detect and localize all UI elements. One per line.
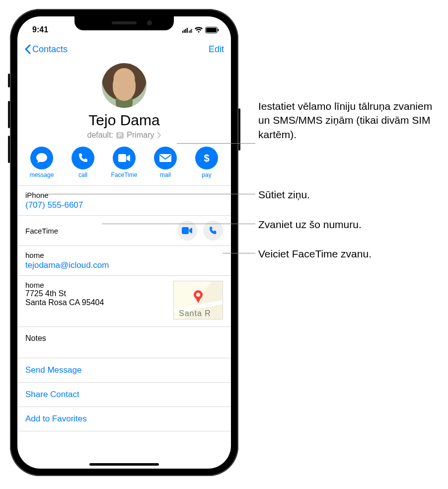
volume-up-button: [8, 101, 10, 128]
chevron-right-icon: [157, 132, 161, 138]
nav-bar: Contacts Edit: [17, 38, 231, 60]
svg-rect-3: [187, 28, 188, 33]
svg-rect-1: [184, 30, 185, 33]
facetime-row-label: FaceTime: [25, 227, 58, 235]
dollar-icon: $: [203, 152, 210, 164]
pay-button[interactable]: $ pay: [189, 147, 224, 178]
contact-card: Tejo Dama default: P Primary message cal…: [17, 63, 231, 431]
sim-line-name: Primary: [127, 131, 154, 140]
sim-badge: P: [116, 132, 124, 139]
status-time: 9:41: [32, 25, 48, 34]
phone-number: (707) 555-6607: [25, 200, 223, 210]
home-indicator[interactable]: [89, 463, 159, 466]
svg-rect-10: [118, 154, 126, 162]
pay-label: pay: [202, 171, 211, 178]
phone-row[interactable]: iPhone (707) 555-6607: [17, 185, 231, 215]
email-value: tejodama@icloud.com: [25, 260, 223, 270]
callout-message: Sūtiet ziņu.: [258, 188, 310, 202]
email-label: home: [25, 251, 223, 259]
status-right: [182, 27, 219, 33]
power-button: [238, 108, 240, 151]
svg-rect-11: [159, 154, 171, 162]
add-favorites-link[interactable]: Add to Favorites: [17, 407, 231, 431]
address-label: home: [25, 281, 104, 289]
address-row[interactable]: home 7725 4th St Santa Rosa CA 95404 San…: [17, 275, 231, 326]
back-button[interactable]: Contacts: [24, 44, 68, 55]
phone-icon: [77, 153, 88, 163]
video-icon: [182, 227, 193, 234]
svg-rect-9: [218, 29, 219, 31]
mail-label: mail: [160, 171, 171, 178]
callout-sim: Iestatiet vēlamo līniju tālruņa zvaniem …: [258, 99, 437, 142]
phone-frame: 9:41 Contacts Edit Tejo Dama default:: [10, 9, 238, 476]
leader-line: [48, 194, 255, 194]
email-row[interactable]: home tejodama@icloud.com: [17, 245, 231, 275]
phone-label: iPhone: [25, 191, 223, 199]
map-city-label: Santa R: [179, 309, 211, 318]
screen: 9:41 Contacts Edit Tejo Dama default:: [17, 16, 231, 469]
address-line2: Santa Rosa CA 95404: [25, 298, 104, 307]
contact-name: Tejo Dama: [17, 112, 231, 129]
svg-rect-13: [182, 227, 189, 234]
call-label: call: [78, 171, 87, 178]
svg-rect-8: [206, 28, 217, 32]
edit-button[interactable]: Edit: [209, 44, 224, 55]
callout-facetime: Veiciet FaceTime zvanu.: [258, 247, 372, 261]
chevron-left-icon: [24, 44, 31, 54]
action-row: message call FaceTime mail $ pay: [17, 140, 231, 185]
svg-rect-5: [190, 30, 191, 33]
wifi-icon: [194, 27, 203, 33]
call-button[interactable]: call: [66, 147, 100, 178]
notes-label: Notes: [25, 334, 46, 342]
avatar[interactable]: [102, 63, 147, 108]
svg-text:$: $: [204, 153, 209, 163]
share-contact-link[interactable]: Share Contact: [17, 382, 231, 407]
svg-rect-0: [182, 31, 183, 33]
leader-line: [102, 224, 255, 224]
notes-row[interactable]: Notes: [17, 326, 231, 358]
facetime-label: FaceTime: [111, 171, 138, 178]
send-message-link[interactable]: Send Message: [17, 358, 231, 382]
sim-default-label: default:: [87, 131, 113, 140]
video-icon: [118, 154, 131, 163]
mail-icon: [159, 154, 172, 163]
svg-rect-4: [189, 31, 190, 33]
message-icon: [36, 153, 48, 163]
leader-line: [223, 253, 255, 253]
facetime-row: FaceTime: [17, 215, 231, 245]
mute-switch: [8, 74, 10, 87]
svg-rect-6: [191, 29, 192, 33]
cellular-dual-icon: [182, 27, 192, 33]
facetime-button[interactable]: FaceTime: [107, 147, 142, 178]
back-label: Contacts: [32, 44, 68, 55]
battery-icon: [205, 27, 219, 33]
sim-line-selector[interactable]: default: P Primary: [17, 131, 231, 140]
leader-line: [177, 143, 255, 144]
mail-button[interactable]: mail: [148, 147, 183, 178]
svg-rect-2: [185, 29, 186, 33]
volume-down-button: [8, 136, 10, 163]
phone-icon: [209, 226, 218, 235]
message-label: message: [30, 171, 54, 178]
map-thumbnail[interactable]: Santa R: [173, 281, 223, 320]
notch: [75, 16, 174, 30]
address-line1: 7725 4th St: [25, 289, 104, 298]
callout-call-number: Zvaniet uz šo numuru.: [258, 218, 362, 232]
message-button[interactable]: message: [24, 147, 59, 178]
